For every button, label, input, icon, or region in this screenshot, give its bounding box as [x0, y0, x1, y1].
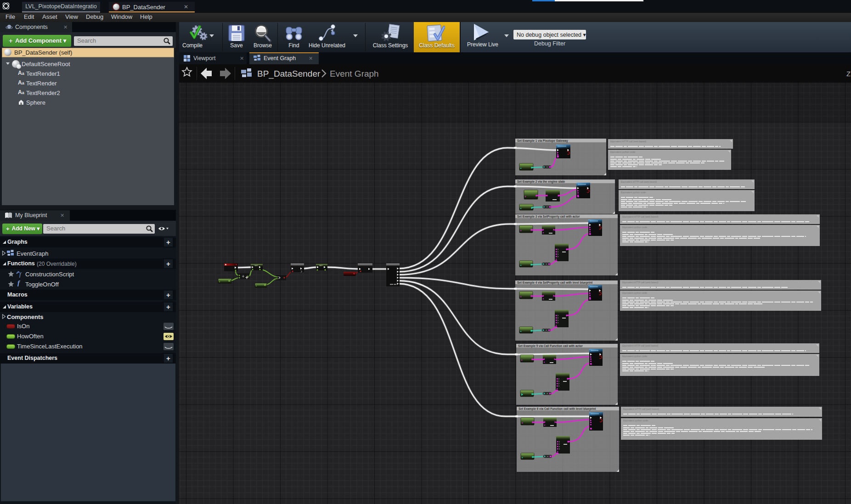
svg-text:Equivalent python code:: Equivalent python code: — [610, 151, 636, 153]
svg-text:Equivalent python code:: Equivalent python code: — [623, 419, 648, 422]
svg-text:Equivalent HTTP call (web base: Equivalent HTTP call (web based) — [610, 140, 647, 143]
svg-text:Set Example 5 via Call Functio: Set Example 5 via Call Function call wit… — [518, 344, 583, 348]
svg-text:Set Example 6 via Call Functio: Set Example 6 via Call Function call wit… — [518, 407, 596, 411]
svg-text:Event Graph: Event Graph — [330, 69, 379, 78]
svg-text:Equivalent HTTP call (web base: Equivalent HTTP call (web based) — [623, 408, 659, 410]
svg-text:Equivalent python code:: Equivalent python code: — [622, 226, 648, 229]
svg-text:f: f — [19, 271, 22, 278]
svg-text:Equivalent HTTP call (web base: Equivalent HTTP call (web based) — [622, 215, 659, 218]
svg-text:Equivalent HTTP call (web base: Equivalent HTTP call (web based) — [621, 180, 657, 183]
svg-text:Equivalent python code:: Equivalent python code: — [622, 291, 648, 294]
svg-text:Set Example 3 via SetProperty: Set Example 3 via SetProperty call with … — [517, 215, 580, 218]
svg-text:BP_DataSender: BP_DataSender — [257, 69, 321, 79]
svg-text:Equivalent HTTP call (web base: Equivalent HTTP call (web based) — [622, 344, 659, 347]
svg-text:Equivalent python code:: Equivalent python code: — [621, 191, 646, 194]
svg-text:SET: SET — [254, 264, 258, 267]
svg-text:Set Example 1 via Pixotope Gat: Set Example 1 via Pixotope Gateway — [517, 139, 568, 143]
svg-text:Set Example 4 via SetProperty: Set Example 4 via SetProperty call with … — [517, 281, 593, 285]
svg-text:Z: Z — [846, 70, 851, 78]
svg-text:SET: SET — [319, 264, 323, 267]
svg-text:Equivalent HTTP call (web base: Equivalent HTTP call (web based) — [622, 281, 659, 284]
svg-text:Set Example 2 via the engine s: Set Example 2 via the engine state — [517, 180, 565, 184]
svg-text:Equivalent python code:: Equivalent python code: — [622, 355, 648, 358]
